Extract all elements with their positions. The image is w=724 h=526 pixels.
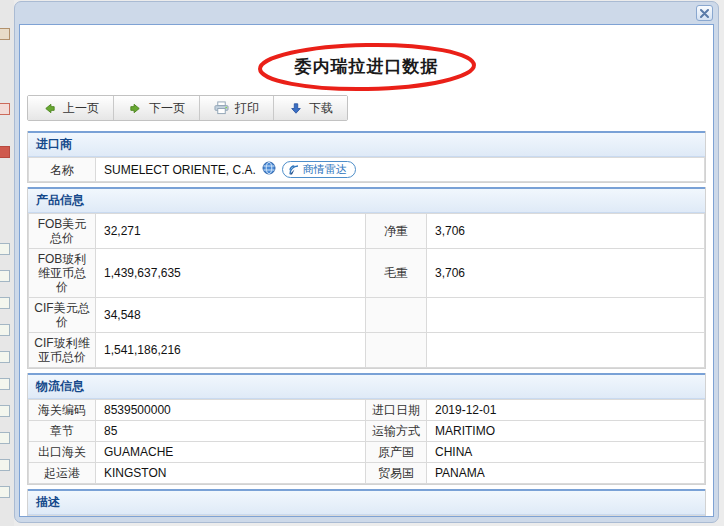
business-radar-badge[interactable]: 商情雷达 xyxy=(282,161,356,178)
field-value: 34,548 xyxy=(96,298,366,333)
field-label: 贸易国 xyxy=(366,463,427,484)
background-page-sliver xyxy=(0,0,14,526)
field-value: 8539500000 xyxy=(96,400,366,421)
field-label: 海关编码 xyxy=(29,400,96,421)
background-icon xyxy=(0,432,10,444)
field-label: 出口海关 xyxy=(29,442,96,463)
dialog-body: 委内瑞拉进口数据 上一页 下一页 xyxy=(19,24,714,517)
field-label: FOB玻利维亚币总价 xyxy=(29,249,96,298)
product-info-header: 产品信息 xyxy=(28,187,705,213)
field-value xyxy=(427,333,705,368)
pager-toolbar: 上一页 下一页 打印 xyxy=(27,95,348,121)
background-icon xyxy=(0,324,10,336)
arrow-left-green-icon xyxy=(42,101,57,116)
arrow-down-blue-icon xyxy=(288,101,303,116)
field-label: 名称 xyxy=(29,158,96,182)
table-row: CIF玻利维亚币总价 1,541,186,216 xyxy=(29,333,705,368)
field-value xyxy=(427,298,705,333)
download-button[interactable]: 下载 xyxy=(274,96,347,120)
background-icon xyxy=(0,459,10,471)
field-value: 3,706 xyxy=(427,249,705,298)
field-label: 原产国 xyxy=(366,442,427,463)
record-detail: 进口商 名称 SUMELECT ORIENTE, C.A. xyxy=(27,131,706,517)
table-row: FOB玻利维亚币总价 1,439,637,635 毛重 3,706 xyxy=(29,249,705,298)
field-value: PANAMA xyxy=(427,463,705,484)
close-icon xyxy=(700,9,709,18)
background-icon xyxy=(0,378,10,390)
field-label xyxy=(366,298,427,333)
field-value: 32,271 xyxy=(96,214,366,249)
printer-icon xyxy=(214,101,229,116)
field-value: 85 xyxy=(96,421,366,442)
table-row: 章节描述 MÁQUINAS, APARATOS Y MATERIAL ELÉCT… xyxy=(29,516,705,518)
field-value: 3,706 xyxy=(427,214,705,249)
importer-section-header: 进口商 xyxy=(28,131,705,157)
prev-page-label: 上一页 xyxy=(63,100,99,117)
field-label: 章节 xyxy=(29,421,96,442)
product-info-section: 产品信息 FOB美元总价 32,271 净重 3,706 FOB玻利维亚币总价 … xyxy=(27,187,706,369)
table-row: FOB美元总价 32,271 净重 3,706 xyxy=(29,214,705,249)
field-label: FOB美元总价 xyxy=(29,214,96,249)
product-info-table: FOB美元总价 32,271 净重 3,706 FOB玻利维亚币总价 1,439… xyxy=(28,213,705,368)
field-value: MÁQUINAS, APARATOS Y MATERIAL ELÉCTRICO,… xyxy=(96,516,705,518)
field-label xyxy=(366,333,427,368)
prev-page-button[interactable]: 上一页 xyxy=(28,96,114,120)
field-value: KINGSTON xyxy=(96,463,366,484)
globe-icon[interactable] xyxy=(262,161,276,178)
import-record-dialog: 委内瑞拉进口数据 上一页 下一页 xyxy=(14,1,719,523)
background-icon xyxy=(0,351,10,363)
field-label: 章节描述 xyxy=(29,516,96,518)
background-icon xyxy=(0,243,10,255)
importer-name: SUMELECT ORIENTE, C.A. xyxy=(104,163,256,177)
table-row: 名称 SUMELECT ORIENTE, C.A. xyxy=(29,158,705,182)
next-page-label: 下一页 xyxy=(149,100,185,117)
field-label: CIF玻利维亚币总价 xyxy=(29,333,96,368)
field-label: CIF美元总价 xyxy=(29,298,96,333)
description-table: 章节描述 MÁQUINAS, APARATOS Y MATERIAL ELÉCT… xyxy=(28,515,705,517)
field-label: 毛重 xyxy=(366,249,427,298)
close-button[interactable] xyxy=(696,5,713,21)
field-label: 起运港 xyxy=(29,463,96,484)
description-header: 描述 xyxy=(28,489,705,515)
background-icon xyxy=(0,103,10,115)
table-row: 章节 85 运输方式 MARITIMO xyxy=(29,421,705,442)
table-row: 出口海关 GUAMACHE 原产国 CHINA xyxy=(29,442,705,463)
background-icon xyxy=(0,405,10,417)
field-value: SUMELECT ORIENTE, C.A. xyxy=(96,158,705,182)
field-value: GUAMACHE xyxy=(96,442,366,463)
importer-table: 名称 SUMELECT ORIENTE, C.A. xyxy=(28,157,705,182)
field-value: 1,541,186,216 xyxy=(96,333,366,368)
table-row: CIF美元总价 34,548 xyxy=(29,298,705,333)
field-value: CHINA xyxy=(427,442,705,463)
field-label: 进口日期 xyxy=(366,400,427,421)
logistics-header: 物流信息 xyxy=(28,373,705,399)
field-value: 1,439,637,635 xyxy=(96,249,366,298)
field-label: 净重 xyxy=(366,214,427,249)
radar-icon xyxy=(288,164,300,176)
print-button[interactable]: 打印 xyxy=(200,96,274,120)
background-icon xyxy=(0,270,10,282)
background-icon xyxy=(0,28,10,40)
field-label: 运输方式 xyxy=(366,421,427,442)
background-icon xyxy=(0,146,10,158)
background-icon xyxy=(0,297,10,309)
logistics-section: 物流信息 海关编码 8539500000 进口日期 2019-12-01 章节 … xyxy=(27,373,706,485)
logistics-table: 海关编码 8539500000 进口日期 2019-12-01 章节 85 运输… xyxy=(28,399,705,484)
description-section: 描述 章节描述 MÁQUINAS, APARATOS Y MATERIAL EL… xyxy=(27,489,706,517)
table-row: 海关编码 8539500000 进口日期 2019-12-01 xyxy=(29,400,705,421)
field-value: 2019-12-01 xyxy=(427,400,705,421)
arrow-right-green-icon xyxy=(128,101,143,116)
print-label: 打印 xyxy=(235,100,259,117)
next-page-button[interactable]: 下一页 xyxy=(114,96,200,120)
field-value: MARITIMO xyxy=(427,421,705,442)
radar-badge-label: 商情雷达 xyxy=(303,163,347,176)
page-title: 委内瑞拉进口数据 xyxy=(291,55,443,78)
importer-section: 进口商 名称 SUMELECT ORIENTE, C.A. xyxy=(27,131,706,183)
background-icon xyxy=(0,486,10,498)
table-row: 起运港 KINGSTON 贸易国 PANAMA xyxy=(29,463,705,484)
dialog-titlebar[interactable] xyxy=(15,2,718,24)
download-label: 下载 xyxy=(309,100,333,117)
page-title-block: 委内瑞拉进口数据 xyxy=(291,55,443,78)
